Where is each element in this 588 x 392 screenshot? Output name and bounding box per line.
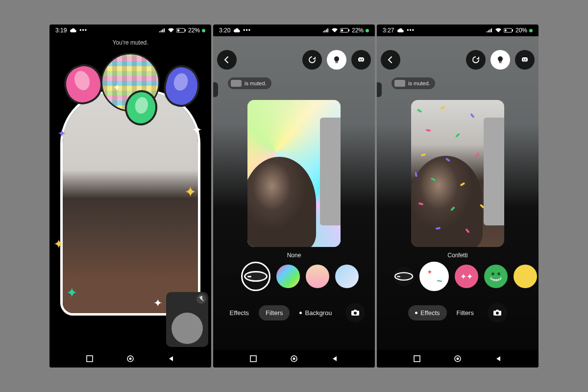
svg-rect-1 bbox=[185, 29, 186, 31]
effect-confetti-thumb[interactable] bbox=[419, 262, 449, 291]
svg-point-26 bbox=[497, 272, 500, 275]
svg-point-17 bbox=[293, 358, 295, 360]
effect-next-thumb[interactable] bbox=[514, 265, 537, 288]
participant-muted-pill: is muted. bbox=[392, 77, 435, 89]
signal-icon bbox=[322, 28, 329, 33]
nav-back-button[interactable] bbox=[167, 355, 175, 363]
lighting-button[interactable] bbox=[490, 50, 510, 70]
tab-dot-icon bbox=[299, 312, 302, 314]
privacy-indicator-icon bbox=[366, 29, 369, 32]
effect-none-thumb[interactable] bbox=[394, 267, 414, 286]
nav-back-button[interactable] bbox=[331, 355, 339, 363]
nav-back-button[interactable] bbox=[494, 355, 502, 363]
back-button[interactable] bbox=[217, 50, 237, 70]
status-bar: 3:27 ••• 20% bbox=[377, 24, 539, 36]
svg-point-28 bbox=[496, 312, 499, 315]
phone-screen-3: 3:27 ••• 20% is muted. bbox=[377, 24, 539, 368]
flip-camera-button[interactable] bbox=[488, 303, 507, 322]
wifi-icon bbox=[168, 28, 174, 33]
privacy-indicator-icon bbox=[529, 29, 533, 32]
filter-gradient2-thumb[interactable] bbox=[335, 265, 359, 288]
android-nav-bar bbox=[377, 350, 539, 368]
cloud-icon bbox=[70, 28, 76, 33]
more-icon: ••• bbox=[243, 27, 251, 34]
svg-rect-9 bbox=[336, 62, 338, 63]
reset-button[interactable] bbox=[466, 50, 486, 70]
svg-point-25 bbox=[491, 272, 494, 275]
tab-backgrounds[interactable]: Backgrou bbox=[293, 305, 339, 320]
tab-effects[interactable]: Effects bbox=[223, 305, 256, 320]
effect-sparkle-thumb[interactable]: ✦✦ bbox=[455, 265, 478, 288]
redacted-name bbox=[394, 80, 405, 87]
video-frame bbox=[60, 90, 200, 316]
phone-screen-2: 3:20 ••• 22% bbox=[213, 24, 375, 368]
filter-party-thumb[interactable] bbox=[276, 265, 300, 288]
svg-rect-19 bbox=[512, 29, 513, 31]
svg-rect-3 bbox=[87, 356, 93, 362]
effects-tab-bar: Effects Filters bbox=[377, 303, 539, 322]
nav-recent-button[interactable] bbox=[86, 355, 94, 363]
face-effects-button[interactable] bbox=[351, 50, 371, 70]
nav-home-button[interactable] bbox=[454, 355, 462, 363]
effects-tab-bar: Effects Filters Backgrou bbox=[213, 303, 375, 322]
redacted-name bbox=[231, 80, 242, 87]
svg-point-24 bbox=[525, 59, 526, 60]
filter-name-label: None bbox=[213, 252, 375, 259]
status-time: 3:27 bbox=[383, 27, 394, 34]
cloud-icon bbox=[397, 28, 404, 33]
nav-recent-button[interactable] bbox=[413, 355, 421, 363]
reset-button[interactable] bbox=[302, 50, 322, 70]
lighting-button[interactable] bbox=[327, 50, 346, 70]
signal-icon bbox=[486, 28, 493, 33]
side-handle[interactable] bbox=[213, 82, 218, 97]
android-nav-bar bbox=[49, 350, 211, 368]
back-button[interactable] bbox=[381, 50, 400, 70]
status-time: 3:19 bbox=[55, 27, 67, 34]
status-bar: 3:19 ••• 22% bbox=[49, 24, 211, 36]
effect-thumbnails: ✦✦ bbox=[377, 262, 539, 291]
filter-thumbnails bbox=[213, 262, 375, 291]
svg-point-5 bbox=[129, 358, 131, 360]
phone-screen-1: 3:19 ••• 22% You're muted. bbox=[49, 24, 211, 368]
filter-none-thumb[interactable] bbox=[241, 262, 270, 291]
svg-point-11 bbox=[360, 59, 361, 60]
participant-avatar bbox=[172, 313, 203, 344]
android-nav-bar bbox=[213, 350, 375, 368]
svg-point-12 bbox=[362, 59, 363, 60]
tab-effects[interactable]: Effects bbox=[408, 305, 447, 320]
redacted-block bbox=[320, 118, 341, 225]
battery-percent: 22% bbox=[188, 27, 200, 34]
svg-rect-7 bbox=[348, 29, 349, 31]
more-icon: ••• bbox=[407, 27, 415, 34]
nav-home-button[interactable] bbox=[126, 355, 134, 363]
svg-rect-20 bbox=[505, 29, 507, 31]
svg-rect-15 bbox=[250, 356, 256, 362]
nav-home-button[interactable] bbox=[290, 355, 298, 363]
effect-smile-thumb[interactable] bbox=[484, 265, 508, 288]
battery-icon bbox=[504, 28, 514, 33]
svg-rect-29 bbox=[414, 356, 420, 362]
battery-percent: 22% bbox=[352, 27, 364, 34]
nav-recent-button[interactable] bbox=[249, 355, 257, 363]
more-icon: ••• bbox=[79, 27, 87, 34]
muted-text: is muted. bbox=[408, 80, 430, 86]
flip-camera-button[interactable] bbox=[345, 303, 365, 322]
cloud-icon bbox=[233, 28, 240, 33]
side-handle[interactable] bbox=[377, 82, 382, 97]
tab-dot-icon bbox=[415, 312, 417, 314]
filter-preview[interactable] bbox=[411, 100, 504, 247]
signal-icon bbox=[159, 28, 166, 33]
filter-gradient1-thumb[interactable] bbox=[306, 265, 329, 288]
self-video[interactable] bbox=[63, 93, 198, 313]
status-bar: 3:20 ••• 22% bbox=[213, 24, 375, 36]
preview-person bbox=[411, 156, 483, 247]
redacted-block bbox=[484, 118, 504, 225]
face-effects-button[interactable] bbox=[515, 50, 535, 70]
tab-filters[interactable]: Filters bbox=[259, 305, 290, 320]
filter-preview[interactable] bbox=[247, 100, 341, 247]
battery-icon bbox=[340, 28, 350, 33]
participant-muted-pill: is muted. bbox=[228, 77, 271, 89]
tab-filters[interactable]: Filters bbox=[450, 305, 481, 320]
svg-rect-21 bbox=[499, 62, 502, 63]
pip-thumbnail[interactable] bbox=[166, 292, 208, 347]
